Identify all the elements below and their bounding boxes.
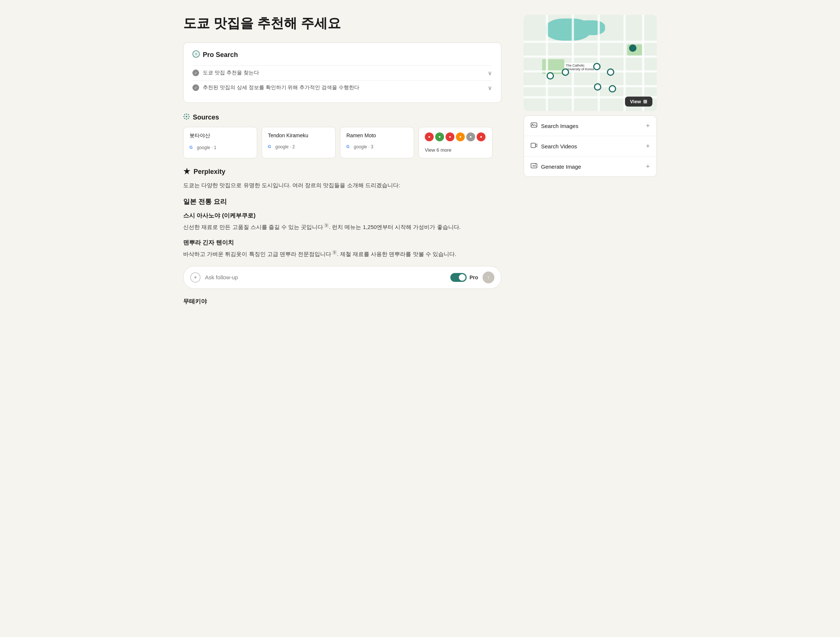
generate-image-plus-icon: +: [646, 163, 650, 170]
map-road-h-4: [524, 85, 657, 87]
map-grid-icon: ⊞: [643, 99, 647, 104]
restaurant-desc-2: 바삭하고 가벼운 튀김옷이 특징인 고급 덴뿌라 전문점입니다9. 제철 재료를…: [183, 250, 501, 259]
sources-section: Sources 봇타야산 G google · 1 Tendon Kiramek…: [183, 113, 501, 158]
ref-sup-2: 9: [332, 250, 337, 255]
map-pin-7: [609, 85, 616, 93]
search-images-label: Search Images: [541, 123, 578, 129]
more-icon-6: ●: [477, 132, 485, 141]
svg-point-5: [189, 116, 190, 117]
source-card-1[interactable]: 봇타야산 G google · 1: [183, 127, 257, 158]
answer-header: Perplexity: [183, 167, 501, 177]
image-search-icon: [531, 122, 537, 130]
main-content: 도쿄 맛집을 추천해 주세요 Pro Search 도쿄 맛집 추천을 찾는다: [183, 15, 501, 622]
generate-image-icon: [531, 162, 537, 170]
map-container[interactable]: The CatholicUniversity of Korea View ⊞: [524, 15, 657, 111]
perplexity-icon: [183, 167, 191, 177]
sources-title: Sources: [193, 114, 219, 121]
source-provider-3: google · 3: [354, 144, 373, 150]
pro-toggle[interactable]: Pro: [450, 273, 478, 282]
svg-point-2: [186, 113, 187, 114]
view-more-text: View 6 more: [425, 147, 486, 153]
step-text-2: 추천된 맛집의 상세 정보를 확인하기 위해 추가적인 검색을 수행한다: [203, 84, 359, 91]
source-footer-1: G google · 1: [189, 145, 251, 150]
map-pin-1: [629, 44, 636, 52]
restaurant-desc-1: 신선한 재료로 만든 고품질 스시를 즐길 수 있는 곳입니다9. 런치 메뉴는…: [183, 223, 501, 232]
google-icon-2: G: [268, 144, 273, 150]
sources-header: Sources: [183, 113, 501, 122]
add-followup-button[interactable]: +: [190, 272, 201, 282]
answer-intro: 도쿄는 다양한 맛집으로 유명한 도시입니다. 여러 장르의 맛집들을 소개해 …: [183, 181, 501, 190]
pro-search-box: Pro Search 도쿄 맛집 추천을 찾는다 ∨ 추천된 맛집의 상세 정보…: [183, 43, 501, 103]
svg-point-6: [184, 114, 185, 115]
svg-point-3: [186, 118, 187, 120]
answer-section: Perplexity 도쿄는 다양한 맛집으로 유명한 도시입니다. 여러 장르…: [183, 167, 501, 306]
search-images-action[interactable]: Search Images +: [524, 116, 657, 136]
restaurant-name-1: 스시 아사노야 (이케부쿠로): [183, 212, 501, 220]
sidebar-actions: Search Images + Search Videos +: [524, 115, 657, 177]
map-road-h-2: [524, 55, 657, 58]
map-view-label: View: [630, 99, 641, 104]
sources-grid: 봇타야산 G google · 1 Tendon Kirameku G goog…: [183, 127, 501, 158]
generate-image-label: Generate Image: [541, 164, 581, 170]
svg-point-1: [186, 116, 187, 117]
toggle-knob: [459, 274, 466, 281]
generate-image-action[interactable]: Generate Image +: [524, 156, 657, 177]
map-water-2: [575, 20, 605, 35]
chevron-down-icon-1: ∨: [488, 69, 492, 77]
svg-point-11: [532, 124, 533, 125]
svg-point-8: [188, 114, 189, 115]
svg-point-7: [188, 118, 189, 119]
map-pin-2: [546, 72, 554, 80]
map-road-h-1: [524, 41, 657, 43]
map-pin-6: [594, 83, 601, 91]
more-icon-2: ●: [435, 132, 444, 141]
toggle-switch[interactable]: [450, 273, 467, 282]
map-view-button[interactable]: View ⊞: [625, 96, 652, 107]
source-footer-2: G google · 2: [268, 144, 329, 150]
step-dot-1: [193, 69, 199, 76]
search-images-plus-icon: +: [646, 122, 650, 130]
google-icon-3: G: [346, 144, 352, 150]
google-icon-1: G: [189, 145, 195, 150]
more-icon-5: ●: [466, 132, 475, 141]
source-more-card[interactable]: ● ● ● ● ● ● View 6 more: [418, 127, 493, 158]
source-provider-1: google · 1: [197, 145, 216, 150]
search-step-1[interactable]: 도쿄 맛집 추천을 찾는다 ∨: [193, 65, 492, 80]
svg-point-4: [183, 116, 185, 117]
pro-toggle-label: Pro: [470, 274, 478, 281]
page-title: 도쿄 맛집을 추천해 주세요: [183, 15, 501, 32]
map-road-v-1: [546, 15, 548, 111]
send-button[interactable]: ↑: [483, 271, 494, 283]
sidebar: The CatholicUniversity of Korea View ⊞: [524, 15, 657, 622]
source-provider-2: google · 2: [275, 144, 295, 150]
more-icon-3: ●: [445, 132, 455, 141]
search-step-2[interactable]: 추천된 맛집의 상세 정보를 확인하기 위해 추가적인 검색을 수행한다 ∨: [193, 80, 492, 95]
more-icon-4: ●: [456, 132, 465, 141]
pro-search-header: Pro Search: [193, 50, 492, 60]
map-road-v-4: [624, 15, 626, 111]
source-footer-3: G google · 3: [346, 144, 408, 150]
map-pin-5: [607, 68, 614, 76]
svg-rect-12: [531, 143, 535, 148]
pro-search-logo-icon: [193, 50, 200, 60]
step-text-1: 도쿄 맛집 추천을 찾는다: [203, 69, 259, 76]
map-background: The CatholicUniversity of Korea View ⊞: [524, 15, 657, 111]
sources-icon: [183, 113, 190, 122]
map-label-university: The CatholicUniversity of Korea: [564, 63, 595, 72]
source-name-1: 봇타야산: [189, 132, 251, 139]
source-card-3[interactable]: Ramen Moto G google · 3: [340, 127, 414, 158]
chevron-down-icon-2: ∨: [488, 84, 492, 91]
svg-point-9: [184, 118, 185, 119]
source-card-2[interactable]: Tendon Kirameku G google · 2: [262, 127, 336, 158]
step-dot-2: [193, 84, 199, 91]
search-videos-action[interactable]: Search Videos +: [524, 136, 657, 156]
pro-search-title: Pro Search: [203, 51, 238, 59]
followup-input[interactable]: [205, 274, 446, 281]
restaurant-name-2: 덴뿌라 긴자 텐이치: [183, 239, 501, 247]
followup-bar: + Pro ↑: [183, 266, 501, 289]
svg-rect-13: [531, 164, 537, 168]
more-icon-1: ●: [425, 132, 434, 141]
video-search-icon: [531, 142, 537, 150]
more-icons: ● ● ● ● ● ●: [425, 132, 486, 141]
search-videos-plus-icon: +: [646, 142, 650, 150]
